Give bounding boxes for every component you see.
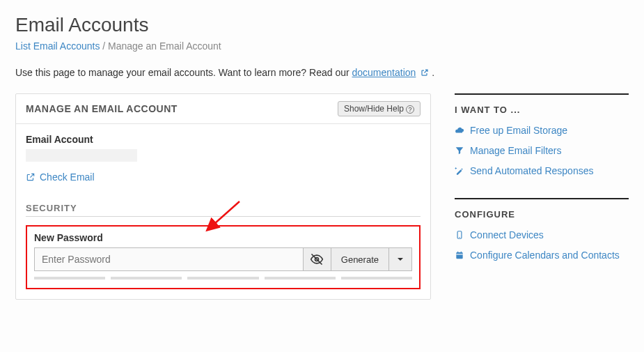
email-account-value xyxy=(26,149,137,162)
generate-options-dropdown[interactable] xyxy=(388,247,412,271)
sidebar-item-configure-calendars[interactable]: Configure Calendars and Contacts xyxy=(455,250,620,261)
panel-title: MANAGE AN EMAIL ACCOUNT xyxy=(26,103,178,114)
check-email-link[interactable]: Check Email xyxy=(26,171,95,183)
cloud-icon xyxy=(455,125,464,135)
sidebar-item-manage-filters[interactable]: Manage Email Filters xyxy=(455,145,562,156)
i-want-to-title: I WANT TO ... xyxy=(455,105,629,115)
device-icon xyxy=(455,230,464,240)
security-heading: SECURITY xyxy=(26,203,421,213)
sidebar-item-connect-devices[interactable]: Connect Devices xyxy=(455,229,544,240)
divider xyxy=(26,216,421,217)
sidebar-item-automated-responses[interactable]: Send Automated Responses xyxy=(455,165,593,176)
eye-slash-icon xyxy=(310,252,324,266)
filter-icon xyxy=(455,146,464,155)
documentation-link[interactable]: documentation xyxy=(352,67,416,78)
breadcrumb-list-link[interactable]: List Email Accounts xyxy=(15,40,100,52)
manage-panel: MANAGE AN EMAIL ACCOUNT Show/Hide Help? … xyxy=(15,93,431,300)
side-divider-2 xyxy=(455,198,629,199)
help-icon: ? xyxy=(406,105,414,114)
password-strength-meter xyxy=(34,277,412,280)
toggle-password-visibility-button[interactable] xyxy=(303,247,331,271)
external-link-icon xyxy=(421,68,429,77)
breadcrumb-current: Manage an Email Account xyxy=(108,40,221,52)
open-icon xyxy=(26,172,36,182)
side-divider xyxy=(455,93,629,95)
new-password-input[interactable] xyxy=(34,247,303,271)
show-hide-help-button[interactable]: Show/Hide Help? xyxy=(338,101,421,116)
configure-title: CONFIGURE xyxy=(455,209,629,220)
new-password-highlight: New Password Generate xyxy=(26,225,421,289)
email-account-label: Email Account xyxy=(26,134,421,145)
sidebar-item-free-storage[interactable]: Free up Email Storage xyxy=(455,125,567,136)
generate-password-button[interactable]: Generate xyxy=(331,247,388,271)
new-password-label: New Password xyxy=(34,232,412,243)
svg-rect-5 xyxy=(456,252,462,259)
wand-icon xyxy=(455,166,464,176)
breadcrumb: List Email Accounts / Manage an Email Ac… xyxy=(15,40,629,52)
calendar-icon xyxy=(455,250,464,260)
breadcrumb-sep: / xyxy=(102,40,108,52)
intro-text: Use this page to manage your email accou… xyxy=(15,67,629,78)
page-title: Email Accounts xyxy=(15,14,629,36)
caret-down-icon xyxy=(397,256,404,263)
